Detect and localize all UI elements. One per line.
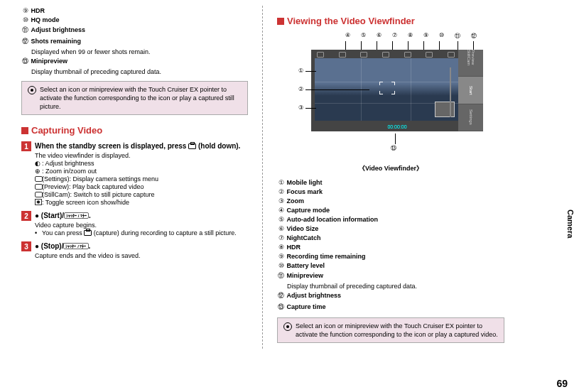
note-text: Select an icon or minipreview with the T… (296, 322, 498, 339)
step-number: 3 (21, 241, 31, 251)
settings-button: Settings (458, 104, 483, 131)
step-1: 1 When the standby screen is displayed, … (21, 141, 248, 207)
callout-num: ⑪ (455, 32, 460, 40)
bullet: (Preview): Play back captured video (35, 183, 248, 190)
list-item: ⑪ Minipreview (277, 271, 504, 281)
camera-icon (84, 230, 92, 236)
list-item: ⑦ NightCatch (277, 234, 504, 241)
section-head-viewfinder: Viewing the Video Viewfinder (277, 16, 504, 26)
item-desc: Displayed when 99 or fewer shots remain. (31, 48, 248, 55)
callout-num: ④ (345, 32, 350, 40)
callout-num: ⑨ (423, 32, 428, 40)
bullet: (StillCam): Switch to still picture capt… (35, 191, 248, 198)
list-item: ⑤ Auto-add location information (277, 216, 504, 223)
step-number: 1 (21, 141, 31, 151)
callout-num: ② (298, 86, 303, 92)
list-item: ② Focus mark (277, 188, 504, 195)
step-heading: ● (Start)/ｼｬｯﾀｰ / ﾏﾅｰ. (35, 211, 248, 220)
list-item: ① Mobile light (277, 179, 504, 186)
note-icon (283, 322, 292, 331)
bullet: (Settings): Display camera settings menu (35, 175, 248, 183)
camera-icon (188, 143, 196, 149)
step-desc: The video viewfinder is displayed. (35, 152, 248, 159)
callout-num: ⑬ (391, 144, 396, 152)
list-item: ③ Zoom (277, 197, 504, 205)
step-number: 2 (21, 211, 31, 221)
list-item: ⑫ Shots remaining (21, 37, 248, 46)
bullet: ◐: Adjust brightness (35, 160, 248, 167)
list-item: ④ Capture mode (277, 207, 504, 214)
step-desc: Video capture begins. (35, 222, 248, 229)
viewfinder-caption: 《Video Viewfinder》 (277, 164, 504, 173)
start-button: Start (458, 77, 483, 104)
preview-button: Preview StillCam (458, 50, 483, 77)
note-icon (28, 86, 36, 94)
callout-num: ⑥ (377, 32, 382, 40)
list-item: ⑬ Capture time (277, 303, 504, 312)
callout-num: ① (298, 67, 303, 74)
focus-mark-icon (380, 82, 394, 94)
list-item: ⑩ HQ mode (21, 16, 248, 23)
left-column: ⑨ HDR ⑩ HQ mode ⑪ Adjust brightness ⑫ Sh… (21, 6, 263, 349)
list-item: ⑨ HDR (21, 7, 248, 14)
bullet: •You can press (capture) during recordin… (35, 229, 248, 236)
page-number: 69 (556, 378, 568, 389)
step-desc: Capture ends and the video is saved. (35, 252, 248, 259)
callout-num: ⑩ (439, 32, 444, 40)
bullet: ✱: Toggle screen icon show/hide (35, 199, 248, 206)
item-desc: Display thumbnail of preceding captured … (287, 283, 504, 290)
callout-num: ⑦ (392, 32, 397, 40)
list-item: ⑬ Minipreview (21, 57, 248, 66)
right-column: Viewing the Video Viewfinder ④ ⑤ ⑥ ⑦ ⑧ ⑨… (263, 6, 504, 349)
callout-num: ⑧ (408, 32, 413, 40)
viewfinder-screen: Preview StillCam Start Settings 00:00:00 (311, 50, 483, 131)
callout-num: ⑤ (361, 32, 366, 40)
list-item: ⑫ Adjust brightness (277, 291, 504, 300)
bullet: ⊕: Zoom in/zoom out (35, 168, 248, 175)
callout-num: ③ (298, 104, 303, 111)
list-item: ⑥ Video Size (277, 225, 504, 232)
section-head-capturing-video: Capturing Video (21, 125, 248, 136)
shutter-button-label: ｼｬｯﾀｰ / ﾏﾅｰ (64, 212, 89, 219)
capture-time: 00:00:00 (387, 124, 406, 129)
shutter-button-label: ｼｬｯﾀｰ / ﾏﾅｰ (63, 243, 88, 249)
section-title: Capturing Video (31, 125, 102, 136)
side-tab-camera: Camera (566, 209, 575, 238)
viewfinder-diagram: ④ ⑤ ⑥ ⑦ ⑧ ⑨ ⑩ ⑪ ⑫ (298, 32, 483, 153)
brightness-slider (448, 67, 453, 117)
red-square-icon (277, 18, 284, 25)
list-item: ⑨ Recording time remaining (277, 253, 504, 260)
step-2: 2 ● (Start)/ｼｬｯﾀｰ / ﾏﾅｰ. Video capture b… (21, 211, 248, 237)
step-heading: ● (Stop)/ｼｬｯﾀｰ / ﾏﾅｰ. (35, 241, 248, 251)
note-text: Select an icon or minipreview with the T… (40, 85, 242, 111)
red-square-icon (21, 127, 28, 134)
item-desc: Display thumbnail of preceding captured … (31, 68, 248, 75)
step-3: 3 ● (Stop)/ｼｬｯﾀｰ / ﾏﾅｰ. Capture ends and… (21, 241, 248, 259)
note-box: Select an icon or minipreview with the T… (21, 81, 248, 115)
list-item: ⑪ Adjust brightness (21, 26, 248, 35)
step-heading: When the standby screen is displayed, pr… (35, 141, 248, 151)
note-box: Select an icon or minipreview with the T… (277, 317, 504, 343)
list-item: ⑩ Battery level (277, 262, 504, 269)
callout-num: ⑫ (471, 32, 477, 40)
list-item: ⑧ HDR (277, 244, 504, 251)
section-title: Viewing the Video Viewfinder (287, 16, 415, 26)
